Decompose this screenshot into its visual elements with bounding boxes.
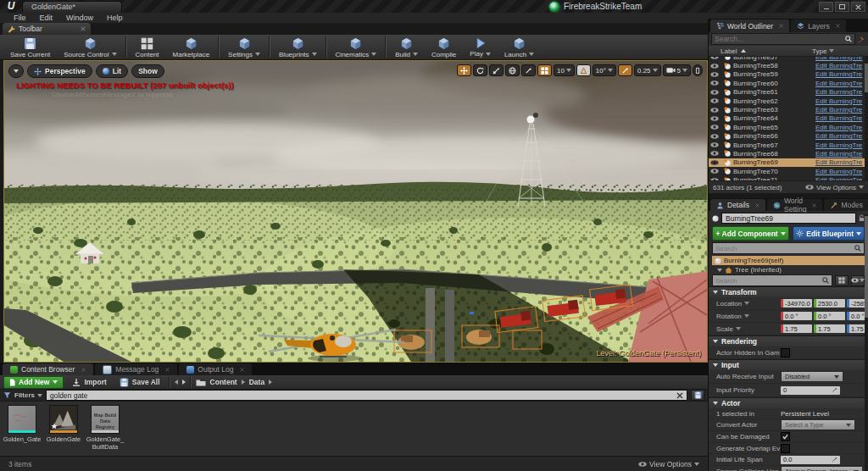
visibility-eye-icon[interactable] (710, 57, 719, 59)
asset-tile-golden-gate-level[interactable]: GoldenGate (46, 405, 81, 456)
dropdown-arrow-icon[interactable] (112, 53, 117, 56)
tab-message-log[interactable]: Message Log (95, 363, 177, 375)
outliner-row[interactable]: BurningTree71Edit BurningTre (709, 175, 868, 180)
edit-blueprint-button[interactable]: Edit Blueprint (793, 226, 865, 241)
edit-blueprint-link[interactable]: Edit BurningTre (815, 158, 868, 166)
edit-blueprint-link[interactable]: Edit BurningTre (815, 106, 868, 114)
actor-hidden-checkbox[interactable] (781, 348, 790, 357)
display-filter-button[interactable] (851, 275, 865, 286)
input-section-header[interactable]: Input (709, 359, 868, 370)
label-column-header[interactable]: Label (709, 47, 812, 55)
compile-button[interactable]: Compile (425, 35, 463, 59)
translate-tool-button[interactable] (457, 64, 471, 76)
outliner-row[interactable]: BurningTree58Edit BurningTre (709, 61, 868, 69)
visibility-eye-icon[interactable] (710, 134, 719, 139)
edit-blueprint-link[interactable]: Edit BurningTre (815, 88, 868, 96)
tab-output-log[interactable]: Output Log (179, 363, 252, 375)
visibility-eye-icon[interactable] (710, 72, 719, 77)
rotation-x-field[interactable]: 0.0 ° (781, 312, 812, 320)
launch-button[interactable]: Launch (498, 35, 541, 59)
dropdown-arrow-icon[interactable] (486, 53, 491, 56)
asset-tile-golden-gate-texture[interactable]: Golden_Gate (4, 405, 40, 456)
coordinate-system-button[interactable] (505, 64, 520, 76)
surface-snapping-button[interactable] (521, 64, 536, 76)
save-search-button[interactable] (691, 390, 704, 401)
tab-close-icon[interactable] (81, 26, 86, 31)
visibility-eye-icon[interactable] (710, 116, 719, 121)
edit-blueprint-link[interactable]: Edit BurningTre (815, 97, 868, 105)
scrollbar-thumb[interactable] (865, 64, 868, 92)
level-viewport[interactable]: Perspective Lit Show LIGHTING NEEDS TO B… (3, 60, 708, 363)
visibility-eye-icon[interactable] (710, 80, 719, 86)
asset-search-box[interactable] (46, 390, 687, 401)
settings-button[interactable]: Settings (221, 35, 267, 59)
outliner-search-box[interactable] (711, 33, 855, 45)
breadcrumb-separator-icon[interactable] (269, 380, 272, 385)
outliner-row[interactable]: BurningTree65Edit BurningTre (709, 123, 868, 131)
outliner-row[interactable]: BurningTree61Edit BurningTre (709, 88, 868, 97)
input-priority-field[interactable]: 0 (781, 386, 840, 395)
rotation-snap-value[interactable]: 10° (593, 64, 616, 76)
scale-snap-toggle[interactable] (618, 64, 632, 76)
minimize-button[interactable] (819, 2, 833, 12)
outliner-row[interactable]: BurningTree68Edit BurningTre (709, 149, 868, 158)
component-search-box[interactable] (712, 242, 865, 254)
rotation-snap-toggle[interactable] (576, 64, 591, 76)
outliner-view-options-button[interactable]: View Options (805, 184, 864, 191)
tab-close-icon[interactable] (165, 368, 170, 372)
can-be-damaged-checkbox[interactable] (781, 432, 790, 441)
asset-search-input[interactable] (50, 391, 673, 400)
dropdown-arrow-icon[interactable] (371, 53, 376, 56)
scale-tool-button[interactable] (489, 64, 504, 76)
scale-x-field[interactable]: 1.75 (781, 324, 812, 333)
save-current-button[interactable]: Save Current (3, 35, 57, 59)
filter-list-icon[interactable] (3, 391, 11, 399)
edit-blueprint-link[interactable]: Edit BurningTre (815, 114, 868, 122)
build-button[interactable]: Build (388, 35, 425, 59)
perspective-button[interactable]: Perspective (27, 64, 92, 78)
dropdown-arrow-icon[interactable] (312, 53, 317, 56)
visibility-eye-icon[interactable] (710, 98, 719, 103)
outliner-row[interactable]: BurningTree63Edit BurningTre (709, 105, 868, 114)
dropdown-arrow-icon[interactable] (529, 53, 534, 56)
visibility-eye-icon[interactable] (710, 142, 719, 147)
rotate-tool-button[interactable] (473, 64, 487, 76)
tab-close-icon[interactable] (755, 203, 760, 208)
tab-details[interactable]: Details (710, 199, 765, 211)
outliner-row[interactable]: BurningTree67Edit BurningTre (709, 141, 868, 149)
spawn-collision-dropdown[interactable]: Always Spawn, Ignore Collisions (781, 466, 863, 471)
actor-section-header[interactable]: Actor (709, 397, 868, 408)
grid-snap-toggle[interactable] (537, 64, 552, 76)
breadcrumb-data[interactable]: Data (249, 378, 264, 386)
lock-icon[interactable] (859, 214, 865, 222)
component-search-input[interactable] (715, 245, 852, 252)
component-self-row[interactable]: BurningTree69(self) (712, 256, 865, 265)
visibility-eye-icon[interactable] (710, 178, 719, 180)
tab-close-icon[interactable] (812, 203, 816, 208)
outliner-row[interactable]: BurningTree57Edit BurningTre (709, 57, 868, 61)
visibility-eye-icon[interactable] (710, 64, 719, 69)
visibility-eye-icon[interactable] (710, 125, 719, 130)
dropdown-arrow-icon[interactable] (413, 53, 418, 56)
edit-blueprint-link[interactable]: Edit BurningTre (815, 57, 868, 61)
edit-blueprint-link[interactable]: Edit BurningTre (815, 150, 868, 158)
tab-content-browser[interactable]: Content Browser (3, 363, 93, 375)
spin-arrows-icon[interactable] (832, 387, 837, 393)
property-search-input[interactable] (715, 277, 820, 285)
rotation-y-field[interactable]: 0.0 ° (814, 312, 845, 320)
content-button[interactable]: Content (129, 35, 166, 59)
outliner-row[interactable]: BurningTree60Edit BurningTre (709, 79, 868, 87)
property-matrix-button[interactable] (835, 275, 849, 286)
scale-snap-value[interactable]: 0.25 (634, 64, 661, 76)
outliner-row[interactable]: BurningTree66Edit BurningTre (709, 132, 868, 141)
tab-modes[interactable]: Modes (824, 199, 868, 211)
outliner-row[interactable]: BurningTree59Edit BurningTre (709, 70, 868, 79)
close-button[interactable] (851, 2, 865, 12)
breadcrumb-content[interactable]: Content (210, 378, 237, 386)
menu-window[interactable]: Window (59, 14, 100, 22)
actor-name-field[interactable]: BurningTree69 (721, 213, 856, 224)
viewport-options-button[interactable] (8, 64, 24, 78)
camera-speed-button[interactable]: 5 (663, 64, 691, 76)
visibility-eye-icon[interactable] (710, 169, 719, 174)
edit-blueprint-link[interactable]: Edit BurningTre (815, 80, 868, 87)
